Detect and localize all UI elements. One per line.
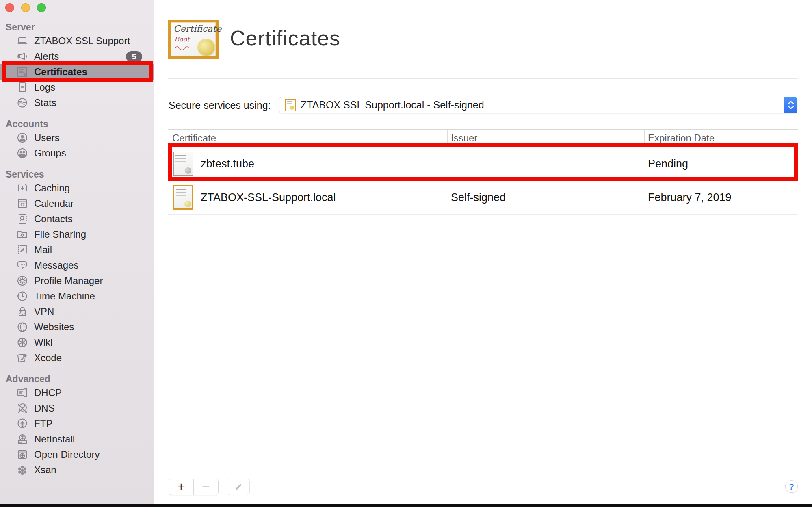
network-card-icon bbox=[16, 387, 28, 399]
logs-icon bbox=[16, 81, 28, 93]
certificate-expiration: Pending bbox=[645, 158, 798, 170]
sidebar-item-label: Stats bbox=[34, 97, 56, 108]
certificate-icon-root-caption: Root bbox=[174, 35, 190, 43]
sidebar-item-label: Websites bbox=[34, 321, 74, 333]
sidebar-section-accounts: Accounts bbox=[0, 118, 154, 130]
help-button[interactable]: ? bbox=[785, 480, 798, 493]
sidebar-item-websites[interactable]: Websites bbox=[0, 319, 154, 335]
sidebar-item-label: File Sharing bbox=[34, 229, 86, 240]
compass-folder-icon bbox=[16, 448, 28, 461]
column-header-certificate[interactable]: Certificate bbox=[168, 130, 448, 147]
user-icon bbox=[16, 132, 28, 144]
add-certificate-button[interactable]: + bbox=[169, 479, 193, 495]
svg-text:17: 17 bbox=[20, 203, 25, 207]
chevron-down-icon bbox=[788, 106, 794, 109]
sidebar: Server ZTABOX SSL Support Alerts 5 Certi… bbox=[0, 0, 154, 507]
chat-bubbles-icon bbox=[16, 259, 28, 271]
tools-globe-icon bbox=[16, 402, 28, 414]
wiki-sphere-icon bbox=[16, 336, 28, 349]
gold-seal-icon bbox=[198, 39, 214, 56]
sidebar-item-label: ZTABOX SSL Support bbox=[34, 35, 130, 47]
sidebar-item-label: DHCP bbox=[34, 387, 62, 399]
table-row-zbtest-tube[interactable]: zbtest.tube Pending bbox=[168, 147, 798, 180]
certificates-table: Certificate Issuer Expiration Date zbtes… bbox=[168, 129, 798, 474]
megaphone-icon bbox=[16, 50, 28, 63]
sidebar-section-services: Services bbox=[0, 168, 154, 180]
sidebar-item-label: Users bbox=[34, 132, 60, 143]
secure-services-value: ZTABOX SSL Support.local - Self-signed bbox=[301, 99, 484, 111]
sidebar-item-contacts[interactable]: Contacts bbox=[0, 211, 154, 227]
certificate-expiration: February 7, 2019 bbox=[645, 191, 798, 204]
certificate-doc-icon bbox=[16, 66, 28, 78]
table-header: Certificate Issuer Expiration Date bbox=[168, 130, 798, 147]
caching-box-icon bbox=[16, 182, 28, 194]
sidebar-item-dns[interactable]: DNS bbox=[0, 401, 154, 416]
sidebar-item-caching[interactable]: Caching bbox=[0, 180, 154, 196]
sidebar-item-netinstall[interactable]: NetInstall bbox=[0, 431, 154, 447]
pencil-icon bbox=[234, 483, 243, 492]
sidebar-item-file-sharing[interactable]: File Sharing bbox=[0, 227, 154, 242]
sidebar-item-wiki[interactable]: Wiki bbox=[0, 335, 154, 350]
sidebar-item-label: Groups bbox=[34, 147, 66, 159]
sidebar-section-server: Server bbox=[0, 21, 154, 33]
column-header-issuer[interactable]: Issuer bbox=[448, 130, 645, 147]
sidebar-item-label: Xsan bbox=[34, 464, 56, 476]
certificate-name: ZTABOX-SSL-Support.local bbox=[201, 191, 336, 204]
standard-certificate-icon bbox=[173, 152, 193, 176]
sidebar-item-time-machine[interactable]: Time Machine bbox=[0, 288, 154, 304]
column-header-expiration-date[interactable]: Expiration Date bbox=[645, 130, 798, 147]
root-certificate-icon bbox=[173, 185, 193, 210]
sidebar-item-label: Xcode bbox=[34, 352, 62, 364]
sidebar-item-ftp[interactable]: FTP bbox=[0, 416, 154, 431]
laptop-icon bbox=[16, 35, 28, 47]
remove-certificate-button[interactable]: − bbox=[193, 479, 218, 495]
sidebar-item-users[interactable]: Users bbox=[0, 130, 154, 145]
sidebar-item-stats[interactable]: Stats bbox=[0, 95, 154, 110]
table-row-ztabox-ssl-support-local[interactable]: ZTABOX-SSL-Support.local Self-signed Feb… bbox=[168, 180, 798, 214]
certificate-file-icon bbox=[285, 99, 296, 111]
header-divider bbox=[168, 78, 798, 79]
page-title: Certificates bbox=[230, 26, 340, 50]
sidebar-item-vpn[interactable]: VPN bbox=[0, 304, 154, 319]
sidebar-item-profile-manager[interactable]: Profile Manager bbox=[0, 273, 154, 288]
node-cluster-icon bbox=[16, 464, 28, 476]
sidebar-item-label: Calendar bbox=[34, 198, 74, 209]
contacts-book-icon bbox=[16, 213, 28, 225]
sidebar-item-label: Wiki bbox=[34, 337, 52, 348]
group-icon bbox=[16, 147, 28, 159]
sidebar-item-label: FTP bbox=[34, 418, 52, 429]
flourish-ornament bbox=[174, 45, 193, 52]
sidebar-item-logs[interactable]: Logs bbox=[0, 80, 154, 95]
certificate-name: zbtest.tube bbox=[201, 158, 254, 170]
sidebar-item-label: Certificates bbox=[34, 66, 87, 78]
sidebar-item-label: NetInstall bbox=[34, 433, 75, 445]
sidebar-item-xcode[interactable]: Xcode bbox=[0, 350, 154, 366]
sidebar-item-xsan[interactable]: Xsan bbox=[0, 462, 154, 478]
gear-icon bbox=[16, 275, 28, 287]
sidebar-item-open-directory[interactable]: Open Directory bbox=[0, 447, 154, 462]
sidebar-item-dhcp[interactable]: DHCP bbox=[0, 385, 154, 401]
stats-icon bbox=[16, 97, 28, 109]
dropdown-stepper[interactable] bbox=[784, 97, 797, 113]
sidebar-item-label: Alerts bbox=[34, 51, 59, 62]
sidebar-item-ztabox-ssl-support[interactable]: ZTABOX SSL Support bbox=[0, 33, 154, 49]
minimize-button[interactable] bbox=[21, 3, 30, 12]
sidebar-section-advanced: Advanced bbox=[0, 373, 154, 385]
sidebar-item-mail[interactable]: Mail bbox=[0, 242, 154, 258]
shared-folder-icon bbox=[16, 228, 28, 240]
zoom-button[interactable] bbox=[37, 3, 46, 12]
mail-stamp-icon bbox=[16, 244, 28, 256]
sidebar-item-label: Caching bbox=[34, 182, 70, 194]
hammer-icon bbox=[16, 352, 28, 364]
secure-services-dropdown[interactable]: ZTABOX SSL Support.local - Self-signed bbox=[279, 97, 797, 113]
sidebar-item-alerts[interactable]: Alerts 5 bbox=[0, 49, 154, 64]
edit-certificate-button[interactable] bbox=[227, 479, 250, 495]
close-button[interactable] bbox=[5, 3, 14, 12]
alerts-badge: 5 bbox=[126, 51, 142, 62]
globe-icon bbox=[16, 321, 28, 333]
sidebar-item-certificates[interactable]: Certificates bbox=[0, 64, 154, 80]
sidebar-item-messages[interactable]: Messages bbox=[0, 258, 154, 273]
sidebar-item-label: Time Machine bbox=[34, 290, 95, 302]
sidebar-item-groups[interactable]: Groups bbox=[0, 145, 154, 161]
sidebar-item-calendar[interactable]: 17 Calendar bbox=[0, 196, 154, 211]
